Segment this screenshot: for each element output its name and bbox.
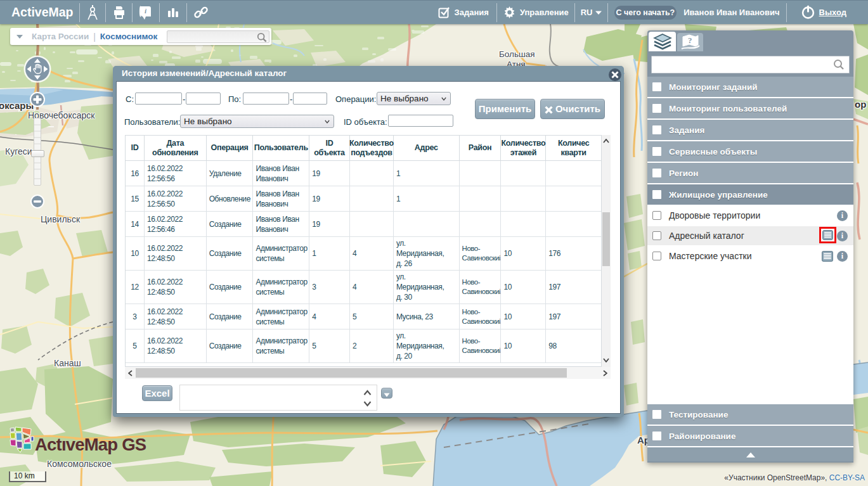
svg-text:?: ? [688,35,692,45]
svg-text:ActıveMap GS: ActıveMap GS [35,435,146,454]
